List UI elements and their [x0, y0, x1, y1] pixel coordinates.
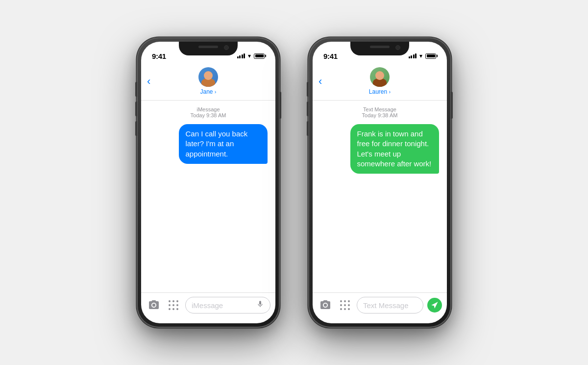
- notch-speaker-1: [198, 46, 218, 48]
- contact-name-2: Lauren ›: [369, 88, 391, 95]
- apps-button-2[interactable]: [337, 297, 353, 313]
- battery-fill-2: [427, 54, 435, 57]
- battery-1: [254, 53, 265, 59]
- phone-frame-1: 9:41 ▾ ‹: [137, 38, 279, 327]
- avatar-1: [198, 67, 218, 87]
- message-input-1[interactable]: iMessage: [185, 297, 270, 313]
- bubble-container-1: Can I call you back later? I'm at an app…: [149, 124, 268, 164]
- camera-icon-2: [319, 299, 331, 311]
- status-time-2: 9:41: [323, 52, 338, 60]
- status-icons-2: ▾: [409, 52, 437, 59]
- notch-1: [179, 42, 238, 55]
- signal-bars-1: [237, 53, 245, 58]
- contact-info-2[interactable]: Lauren ›: [369, 67, 391, 95]
- message-meta-1: iMessage Today 9:38 AM: [149, 106, 268, 118]
- message-bubble-2: Frank is in town and free for dinner ton…: [350, 124, 440, 174]
- nav-bar-2: ‹ Lauren ›: [313, 63, 447, 101]
- avatar-2: [370, 67, 390, 87]
- apps-icon-1: [168, 299, 179, 311]
- input-placeholder-1: iMessage: [192, 301, 256, 310]
- phone-screen-1: 9:41 ▾ ‹: [141, 42, 275, 323]
- message-time-2: Today 9:38 AM: [320, 112, 439, 118]
- back-button-2[interactable]: ‹: [318, 76, 322, 87]
- battery-body-2: [425, 53, 436, 59]
- signal-bars-2: [409, 53, 417, 58]
- phone-frame-2: 9:41 ▾ ‹: [309, 38, 451, 327]
- camera-button-1[interactable]: [146, 297, 162, 313]
- status-time-1: 9:41: [152, 52, 166, 60]
- phone-sms: 9:41 ▾ ‹: [309, 38, 451, 327]
- phone-imessage: 9:41 ▾ ‹: [137, 38, 279, 327]
- wifi-icon-1: ▾: [248, 52, 251, 59]
- notch-camera-1: [224, 45, 229, 50]
- contact-name-chevron-2: ›: [389, 89, 391, 95]
- input-placeholder-2: Text Message: [363, 301, 417, 310]
- status-bar-1: 9:41 ▾: [141, 42, 275, 63]
- nav-bar-1: ‹ Jane ›: [141, 63, 275, 101]
- input-bar-1: iMessage: [141, 292, 275, 323]
- send-icon-2: [431, 301, 439, 309]
- phone-screen-2: 9:41 ▾ ‹: [313, 42, 447, 323]
- battery-fill-1: [255, 54, 264, 57]
- message-area-1: iMessage Today 9:38 AM Can I call you ba…: [141, 101, 275, 292]
- message-input-2[interactable]: Text Message: [357, 297, 423, 313]
- contact-name-chevron-1: ›: [215, 89, 217, 95]
- message-area-2: Text Message Today 9:38 AM Frank is in t…: [313, 101, 447, 292]
- bubble-container-2: Frank is in town and free for dinner ton…: [320, 124, 439, 174]
- battery-2: [425, 53, 436, 59]
- message-bubble-1: Can I call you back later? I'm at an app…: [179, 124, 268, 164]
- wifi-icon-2: ▾: [419, 52, 422, 59]
- notch-speaker-2: [370, 46, 390, 48]
- message-type-label-1: iMessage: [149, 106, 268, 112]
- message-meta-2: Text Message Today 9:38 AM: [320, 106, 439, 118]
- send-button-2[interactable]: [427, 298, 442, 313]
- battery-body-1: [254, 53, 265, 59]
- audio-icon-1: [256, 300, 264, 310]
- message-type-label-2: Text Message: [320, 106, 439, 112]
- notch-camera-2: [395, 45, 400, 50]
- message-time-1: Today 9:38 AM: [149, 112, 268, 118]
- back-button-1[interactable]: ‹: [147, 76, 150, 87]
- input-bar-2: Text Message: [313, 292, 447, 323]
- camera-icon-1: [148, 299, 160, 311]
- status-bar-2: 9:41 ▾: [313, 42, 447, 63]
- notch-2: [350, 42, 409, 55]
- contact-name-1: Jane ›: [200, 88, 216, 95]
- apps-icon-2: [339, 299, 351, 311]
- back-chevron-2: ‹: [318, 76, 322, 87]
- contact-info-1[interactable]: Jane ›: [198, 67, 218, 95]
- camera-button-2[interactable]: [318, 297, 333, 313]
- apps-button-1[interactable]: [166, 297, 181, 313]
- status-icons-1: ▾: [237, 52, 265, 59]
- back-chevron-1: ‹: [147, 76, 150, 87]
